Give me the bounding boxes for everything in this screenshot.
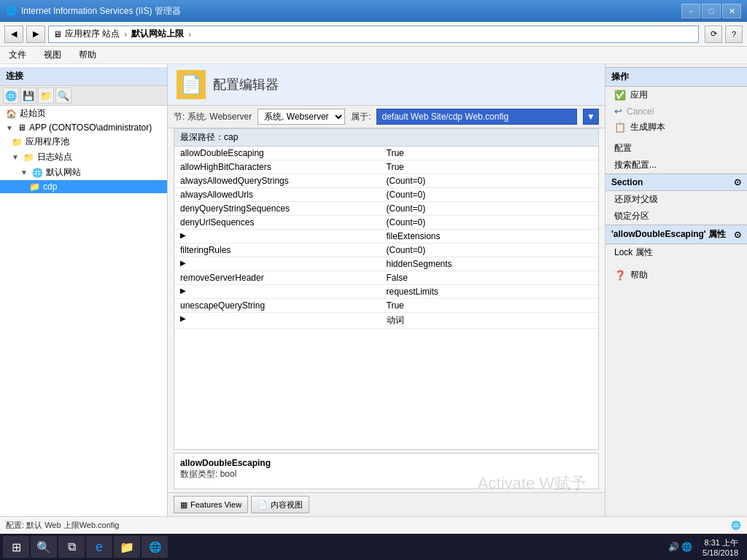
lock-property-label: Lock 属性 [614, 246, 653, 259]
table-row[interactable]: ▶ hiddenSegments [174, 257, 598, 271]
tray-icons: 🔊 🌐 [668, 542, 692, 552]
row-value: (Count=0) [387, 245, 593, 255]
sidebar-item-defaultsite[interactable]: ▼ 🌐 默认网站 [0, 165, 167, 180]
row-value: True [387, 300, 593, 311]
restore-item[interactable]: 还原对父级 [605, 191, 747, 208]
property-header: 'allowDoubleEscaping' 属性 ⊙ [605, 225, 747, 244]
cancel-item: ↩ Cancel [605, 104, 747, 119]
row-value: True [387, 148, 593, 158]
path-input[interactable]: default Web Site/cdp Web.config [376, 109, 577, 125]
sidebar-item-apppool[interactable]: 📁 应用程序池 [0, 134, 167, 149]
features-view-button[interactable]: ▦ Features View [174, 496, 248, 513]
refresh-button[interactable]: ⟳ [705, 26, 722, 43]
table-row[interactable]: allowHighBitCharacters True [174, 160, 598, 174]
logsite-expand-icon: ▼ [12, 153, 19, 161]
description-area: allowDoubleEscaping 数据类型: bool [174, 453, 599, 489]
features-view-icon: ▦ [180, 500, 187, 510]
sidebar-globe-btn[interactable]: 🌐 [3, 88, 19, 104]
statusbar-text: 配置: 默认 Web 上限Web.config [6, 520, 119, 531]
table-row[interactable]: unescapeQueryString True [174, 299, 598, 313]
iis-taskbar-button[interactable]: 🌐 [142, 536, 168, 558]
config-item[interactable]: 配置 [605, 140, 747, 157]
table-row[interactable]: ▶ fileExtensions [174, 230, 598, 244]
back-button[interactable]: ◀ [4, 26, 23, 43]
table-row[interactable]: alwaysAllowedQueryStrings (Count=0) [174, 174, 598, 188]
section-select[interactable]: 系统. Webserver [258, 109, 345, 125]
table-row[interactable]: denyQueryStringSequences (Count=0) [174, 202, 598, 216]
path-dropdown-btn[interactable]: ▼ [583, 109, 599, 125]
sidebar-item-home[interactable]: 🏠 起始页 [0, 106, 167, 121]
row-name: hiddenSegments [387, 259, 593, 269]
help-button[interactable]: ? [725, 26, 743, 43]
table-row[interactable]: ▶ 动词 [174, 313, 598, 329]
property-title: 'allowDoubleEscaping' 属性 [611, 228, 726, 241]
content-area: 📄 配置编辑器 节: 系统. Webserver 系统. Webserver 属… [168, 64, 605, 516]
section-title: Section [611, 177, 643, 187]
addr-arrow2: › [188, 29, 191, 39]
explorer-button[interactable]: 📁 [114, 536, 140, 558]
menu-view[interactable]: 视图 [41, 47, 64, 63]
section-header: Section ⊙ [605, 174, 747, 191]
help-icon: ❓ [614, 270, 626, 281]
row-name: requestLimits [387, 287, 593, 297]
content-view-button[interactable]: 📄 内容视图 [251, 496, 309, 513]
task-view-button[interactable]: ⧉ [58, 536, 85, 558]
addr-icon: 🖥 [53, 29, 62, 39]
lock-property-item[interactable]: Lock 属性 [605, 244, 747, 261]
lock-item[interactable]: 锁定分区 [605, 208, 747, 225]
apply-item[interactable]: ✅ 应用 [605, 87, 747, 104]
menu-file[interactable]: 文件 [6, 47, 29, 63]
row-name: removeServerHeader [180, 273, 387, 283]
app-icon: 🌐 [6, 6, 17, 16]
ie-button[interactable]: e [86, 536, 112, 558]
table-row[interactable]: filteringRules (Count=0) [174, 244, 598, 257]
system-tray: 🔊 🌐 [665, 542, 695, 552]
forward-button[interactable]: ▶ [26, 26, 45, 43]
cdp-icon: 📁 [29, 182, 40, 192]
statusbar: 配置: 默认 Web 上限Web.config 🌐 [0, 516, 747, 534]
home-icon: 🏠 [6, 109, 17, 119]
maximize-button[interactable]: □ [702, 4, 721, 18]
titlebar-controls: － □ ✕ [681, 4, 741, 18]
search-config-item[interactable]: 搜索配置... [605, 157, 747, 174]
addr-segment1: 应用程序 站点 [65, 28, 120, 40]
sidebar-save-btn[interactable]: 💾 [20, 88, 36, 104]
table-row[interactable]: allowDoubleEscaping True [174, 147, 598, 160]
address-box[interactable]: 🖥 应用程序 站点 › 默认网站上限 › [48, 26, 699, 43]
row-name: allowDoubleEscaping [180, 148, 387, 158]
row-name: denyQueryStringSequences [180, 203, 387, 214]
restore-label: 还原对父级 [614, 193, 658, 206]
sidebar-item-logsite[interactable]: ▼ 📁 日志站点 [0, 149, 167, 165]
row-value: True [387, 162, 593, 172]
start-button[interactable]: ⊞ [3, 536, 29, 558]
sidebar-item-cdp[interactable]: 📁 cdp [0, 180, 167, 193]
search-button[interactable]: 🔍 [31, 536, 57, 558]
features-view-label: Features View [190, 500, 241, 509]
actions-title: 操作 [611, 71, 629, 83]
section-label: 节: 系统. Webserver [174, 111, 252, 123]
table-row[interactable]: ▶ requestLimits [174, 285, 598, 299]
table-row[interactable]: removeServerHeader False [174, 271, 598, 285]
path-value: default Web Site/cdp Web.config [382, 112, 508, 122]
cancel-icon: ↩ [614, 106, 622, 117]
search-config-label: 搜索配置... [614, 159, 657, 171]
row-value: (Count=0) [387, 203, 593, 214]
sidebar-header: 连接 [0, 67, 167, 86]
table-row[interactable]: denyUrlSequences (Count=0) [174, 216, 598, 230]
row-name: denyUrlSequences [180, 217, 387, 228]
sidebar-search-btn[interactable]: 🔍 [55, 88, 71, 104]
sidebar-item-server[interactable]: ▼ 🖥 APP (CONTOSO\administrator) [0, 121, 167, 134]
apply-label: 应用 [630, 89, 648, 101]
script-item[interactable]: 📋 生成脚本 [605, 119, 747, 136]
expand-icon: ▶ [180, 287, 384, 297]
help-label: 帮助 [630, 269, 648, 281]
sidebar-folder-btn[interactable]: 📁 [38, 88, 54, 104]
deepest-path-label: 最深路径：cap [180, 132, 238, 142]
minimize-button[interactable]: － [681, 4, 700, 18]
menu-help[interactable]: 帮助 [76, 47, 99, 63]
close-button[interactable]: ✕ [722, 4, 741, 18]
table-row[interactable]: alwaysAllowedUrls (Count=0) [174, 188, 598, 202]
expand-icon: ▶ [180, 231, 384, 241]
server-expand-icon: ▼ [6, 124, 13, 132]
help-item[interactable]: ❓ 帮助 [605, 267, 747, 284]
